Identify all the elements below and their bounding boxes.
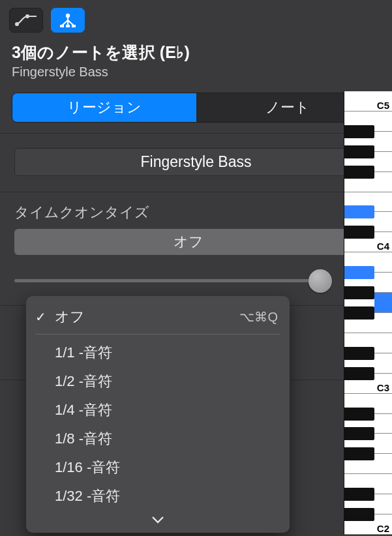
view-segmented-wrap: リージョン ノート — [0, 86, 392, 133]
menu-item-shortcut: ⌥⌘Q — [239, 309, 278, 325]
chevron-down-icon — [151, 516, 164, 524]
black-key[interactable] — [344, 205, 374, 218]
svg-point-1 — [25, 14, 29, 18]
time-quantize-label: タイムクオンタイズ — [0, 192, 392, 229]
black-key[interactable] — [344, 125, 374, 138]
black-key[interactable] — [344, 166, 374, 179]
track-subtitle: Fingerstyle Bass — [12, 65, 380, 80]
menu-item-1-32[interactable]: 1/32 -音符 — [26, 482, 290, 511]
menu-item-label: 1/2 -音符 — [55, 372, 112, 391]
midi-branch-icon — [59, 12, 77, 28]
menu-item-label: 1/32 -音符 — [55, 486, 120, 506]
menu-scroll-down[interactable] — [26, 511, 290, 530]
black-key[interactable] — [344, 447, 374, 460]
menu-item-1-2[interactable]: 1/2 -音符 — [26, 367, 290, 396]
svg-point-2 — [66, 14, 70, 18]
octave-label: C5 — [377, 100, 389, 111]
black-key[interactable] — [344, 226, 374, 239]
quantize-strength-slider[interactable] — [14, 279, 329, 282]
menu-item-label: 1/4 -音符 — [55, 400, 112, 420]
menu-item-1-16[interactable]: 1/16 -音符 — [26, 453, 290, 482]
svg-rect-4 — [66, 25, 70, 27]
header: 3個のノートを選択 (E♭) Fingerstyle Bass — [0, 39, 392, 86]
toolbar — [0, 0, 392, 39]
black-key[interactable] — [344, 488, 374, 501]
piano-keyboard[interactable]: C5C4C3C2 — [344, 91, 392, 535]
svg-point-0 — [15, 22, 19, 26]
page-title: 3個のノートを選択 (E♭) — [12, 42, 380, 63]
tab-region[interactable]: リージョン — [12, 93, 196, 122]
menu-separator — [35, 334, 280, 335]
quantize-strength-row: 100 — [0, 271, 392, 291]
menu-item-label: 1/16 -音符 — [55, 458, 120, 477]
svg-rect-5 — [72, 25, 76, 27]
svg-rect-3 — [60, 25, 64, 27]
midi-routing-button[interactable] — [51, 8, 85, 33]
menu-item-label: 1/8 -音符 — [55, 429, 112, 449]
black-key[interactable] — [344, 145, 374, 158]
time-quantize-menu: オフ ⌥⌘Q 1/1 -音符 1/2 -音符 1/4 -音符 1/8 -音符 1… — [26, 296, 290, 533]
slider-knob[interactable] — [309, 269, 332, 293]
selected-note[interactable] — [374, 293, 392, 313]
time-quantize-popup[interactable]: オフ ▲▼ — [14, 229, 378, 255]
menu-item-1-1[interactable]: 1/1 -音符 — [26, 338, 290, 367]
black-key[interactable] — [344, 408, 374, 421]
time-quantize-value: オフ — [14, 232, 362, 252]
octave-label: C3 — [377, 382, 389, 393]
octave-label: C4 — [377, 241, 389, 252]
region-name-wrap: Fingerstyle Bass — [0, 134, 392, 192]
black-key[interactable] — [344, 508, 374, 521]
menu-item-label: オフ — [55, 307, 85, 327]
octave-label: C2 — [377, 523, 389, 534]
automation-curve-icon — [15, 14, 37, 27]
menu-item-1-8[interactable]: 1/8 -音符 — [26, 424, 290, 453]
menu-item-label: 1/1 -音符 — [55, 343, 112, 363]
menu-item-off[interactable]: オフ ⌥⌘Q — [26, 303, 290, 331]
black-key[interactable] — [344, 306, 374, 320]
view-segmented: リージョン ノート — [12, 93, 380, 123]
black-key[interactable] — [344, 286, 374, 299]
region-name-field[interactable]: Fingerstyle Bass — [14, 148, 378, 176]
black-key[interactable] — [344, 427, 374, 440]
black-key[interactable] — [344, 347, 374, 360]
black-key[interactable] — [344, 367, 374, 380]
automation-button[interactable] — [9, 8, 43, 33]
menu-item-1-4[interactable]: 1/4 -音符 — [26, 396, 290, 424]
black-key[interactable] — [344, 266, 374, 279]
